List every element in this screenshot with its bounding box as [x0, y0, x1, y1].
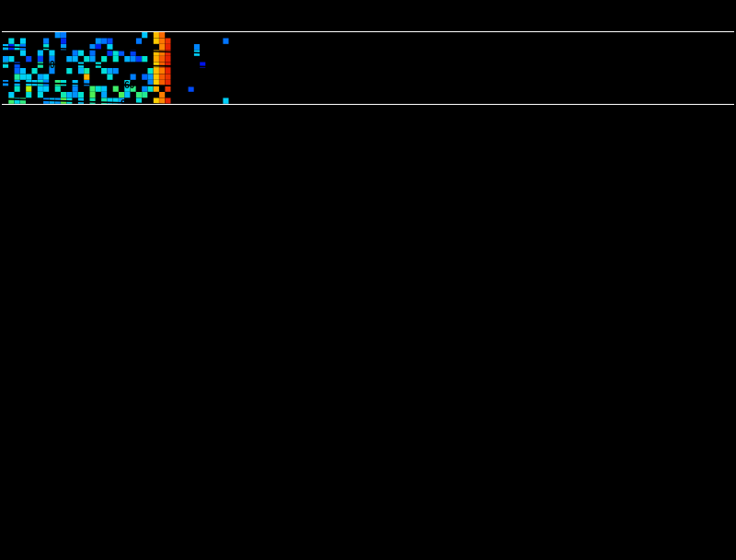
time-axis — [2, 543, 591, 557]
spectrogram-canvas — [2, 32, 550, 104]
event-marker-labels — [0, 26, 736, 39]
colorbar-gradient — [551, 32, 564, 104]
cassini-mimi-spectrogram-screen — [0, 0, 736, 560]
spectrogram-stack — [2, 31, 734, 105]
spectrogram-panel-row — [2, 32, 734, 105]
